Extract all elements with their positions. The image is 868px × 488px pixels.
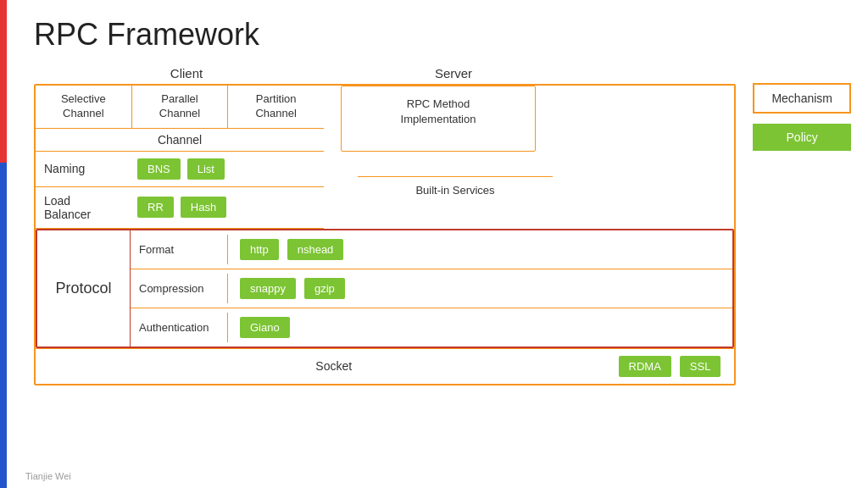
content-area: Client Server SelectiveChannel ParallelC… [34,66,851,385]
channel-and-server: SelectiveChannel ParallelChannel Partiti… [36,86,734,152]
lb-label: Load Balancer [36,187,129,228]
gzip-chip: gzip [304,278,345,299]
mid-section: Naming BNS List Load Balancer RR Hash [36,152,734,229]
rdma-chip: RDMA [619,356,671,377]
giano-chip: Giano [240,317,290,338]
left-channel-section: SelectiveChannel ParallelChannel Partiti… [36,86,324,152]
socket-row: Socket RDMA SSL [36,348,734,384]
bar-red [0,0,7,163]
lb-row: Load Balancer RR Hash [36,187,324,229]
legend-mechanism: Mechanism [753,83,851,114]
bar-blue [0,163,7,488]
partition-channel-cell: PartitionChannel [228,86,324,128]
protocol-outer: Protocol Format http nshead Compre [36,229,734,348]
builtin-label: Built-in Services [358,176,553,203]
left-bar [0,0,7,488]
naming-label: Naming [36,152,129,186]
selective-channel-cell: SelectiveChannel [36,86,132,128]
protocol-compression-row: Compression snappy gzip [131,269,732,308]
main-content: RPC Framework Client Server SelectiveCha… [17,0,868,488]
hash-chip: Hash [181,197,226,218]
http-chip: http [240,239,279,260]
naming-chips: BNS List [129,152,233,186]
auth-label: Authentication [131,313,228,342]
legend: Mechanism Policy [753,83,851,151]
list-chip: List [187,158,225,180]
compression-chips: snappy gzip [228,269,357,308]
diagram: Client Server SelectiveChannel ParallelC… [34,66,736,385]
outer-box: SelectiveChannel ParallelChannel Partiti… [34,84,736,385]
cs-labels: Client Server [34,66,736,80]
footnote: Tianjie Wei [25,471,71,481]
mid-right: Built-in Services [341,152,553,229]
bns-chip: BNS [137,158,181,180]
legend-policy: Policy [753,124,851,151]
nshead-chip: nshead [287,239,344,260]
rr-chip: RR [137,197,174,218]
protocol-rows: Format http nshead Compression snappy [131,230,732,347]
channel-types: SelectiveChannel ParallelChannel Partiti… [36,86,324,129]
server-label: Server [348,66,559,80]
lb-chips: RR Hash [129,187,235,228]
server-rpc-box: RPC MethodImplementation [341,86,536,152]
auth-chips: Giano [228,308,302,347]
protocol-format-row: Format http nshead [131,230,732,269]
protocol-auth-row: Authentication Giano [131,308,732,347]
naming-row: Naming BNS List [36,152,324,187]
mid-left: Naming BNS List Load Balancer RR Hash [36,152,324,229]
socket-label: Socket [49,359,619,373]
compression-label: Compression [131,274,228,303]
channel-span: Channel [36,129,324,152]
snappy-chip: snappy [240,278,296,299]
socket-chips: RDMA SSL [619,356,721,377]
page-title: RPC Framework [34,17,851,53]
format-label: Format [131,235,228,264]
ssl-chip: SSL [680,356,721,377]
client-label: Client [42,66,331,80]
parallel-channel-cell: ParallelChannel [132,86,229,128]
format-chips: http nshead [228,230,355,269]
protocol-label: Protocol [37,230,131,347]
